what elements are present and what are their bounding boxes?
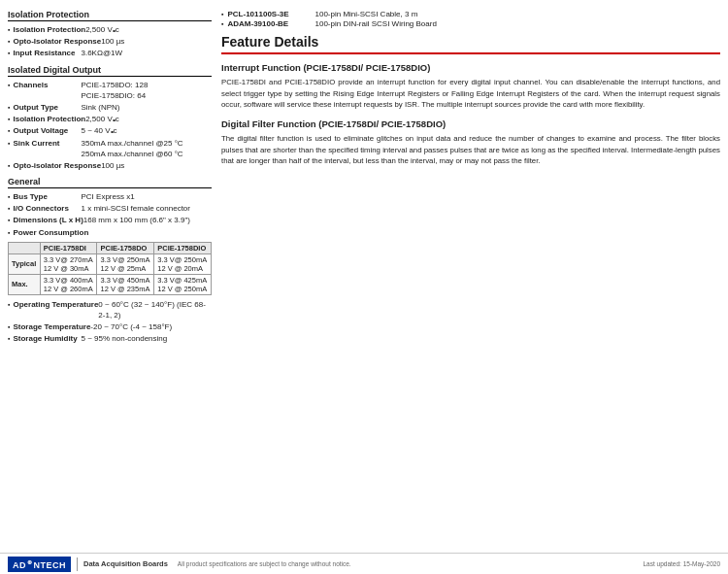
output-isolation-label: Isolation Protection xyxy=(13,114,85,124)
channels-item: Channels PCIE-1758DO: 128 PCIE-1758DIO: … xyxy=(8,80,212,101)
power-col-0 xyxy=(9,242,41,253)
output-type-value: Sink (NPN) xyxy=(81,102,212,113)
footer: AD⊛NTECH Data Acquisition Boards All pro… xyxy=(0,553,728,574)
isolated-digital-output-header: Isolated Digital Output xyxy=(8,65,212,77)
dimensions-value: 168 mm x 100 mm (6.6" x 3.9") xyxy=(83,215,212,225)
power-col-1: PCIE-1758DI xyxy=(40,242,97,253)
general-list: Bus Type PCI Express x1 I/O Connectors 1… xyxy=(8,191,212,238)
operating-temp-label: Operating Temperature xyxy=(13,299,98,310)
acc-desc-1: 100-pin Mini-SCSI Cable, 3 m xyxy=(314,10,720,18)
io-connectors-item: I/O Connectors 1 x mini-SCSI female conn… xyxy=(8,203,212,214)
opto-response-value: 100 µs xyxy=(101,36,212,47)
sink-val-1: 350mA max./channel @25 °C xyxy=(81,138,212,149)
power-typical-1758do: 3.3 V@ 250mA 12 V @ 25mA xyxy=(97,253,154,274)
opto-response-item: Opto-Isolator Response 100 µs xyxy=(8,36,212,47)
output-type-label: Output Type xyxy=(13,102,81,113)
output-voltage-value: 5 ~ 40 Vₒc xyxy=(81,125,212,136)
accessory-item-1: PCL-101100S-3E 100-pin Mini-SCSI Cable, … xyxy=(221,10,720,18)
opto-response-label: Opto-Isolator Response xyxy=(13,36,101,47)
output-voltage-item: Output Voltage 5 ~ 40 Vₒc xyxy=(8,125,212,136)
power-typical-1758di: 3.3 V@ 270mA 12 V @ 30mA xyxy=(40,253,97,274)
brand-logo: AD⊛NTECH xyxy=(8,557,71,572)
bus-type-value: PCI Express x1 xyxy=(81,191,212,202)
dimensions-label: Dimensions (L x H) xyxy=(13,215,83,225)
input-resistance-label: Input Resistance xyxy=(13,48,81,58)
output-voltage-label: Output Voltage xyxy=(13,125,81,136)
isolated-digital-output-list: Channels PCIE-1758DO: 128 PCIE-1758DIO: … xyxy=(8,80,212,172)
io-connectors-label: I/O Connectors xyxy=(13,203,81,214)
storage-temp-value: -20 ~ 70°C (-4 ~ 158°F) xyxy=(90,321,212,332)
channels-label: Channels xyxy=(13,80,81,90)
input-resistance-value: 3.6KΩ@1W xyxy=(81,48,212,58)
right-column: PCL-101100S-3E 100-pin Mini-SCSI Cable, … xyxy=(221,10,720,548)
temp-humidity-list: Operating Temperature 0 ~ 60°C (32 ~ 140… xyxy=(8,299,212,345)
isolation-protection-list: Isolation Protection 2,500 Vₒc Opto-Isol… xyxy=(8,24,212,59)
power-consumption-item: Power Consumption xyxy=(8,227,212,238)
footer-dept: Data Acquisition Boards xyxy=(83,559,168,568)
storage-humidity-item: Storage Humidity 5 ~ 95% non-condensing xyxy=(8,333,212,344)
accessories-list: PCL-101100S-3E 100-pin Mini-SCSI Cable, … xyxy=(221,10,720,28)
operating-temp-value: 0 ~ 60°C (32 ~ 140°F) (IEC 68-2-1, 2) xyxy=(98,299,212,321)
power-typical-label: Typical xyxy=(9,253,41,274)
sink-current-label: Sink Current xyxy=(13,138,81,149)
storage-temp-label: Storage Temperature xyxy=(13,321,90,332)
main-container: Isolation Protection Isolation Protectio… xyxy=(0,0,728,554)
channels-value: PCIE-1758DO: 128 PCIE-1758DIO: 64 xyxy=(81,80,212,101)
acc-code-2: ADAM-39100-BE xyxy=(227,19,314,28)
sink-current-value: 350mA max./channel @25 °C 250mA max./cha… xyxy=(81,138,212,159)
power-row-max: Max. 3.3 V@ 400mA 12 V @ 260mA 3.3 V@ 45… xyxy=(9,274,212,294)
footer-notice: All product specifications are subject t… xyxy=(178,560,644,567)
channels-val-2: PCIE-1758DIO: 64 xyxy=(81,90,212,101)
storage-humidity-value: 5 ~ 95% non-condensing xyxy=(81,333,212,344)
interrupt-section-title: Interrupt Function (PCIE-1758DI/ PCIE-17… xyxy=(221,62,720,73)
digital-filter-section-text: The digital filter function is used to e… xyxy=(221,133,720,167)
bus-type-item: Bus Type PCI Express x1 xyxy=(8,191,212,202)
power-typical-1758dio: 3.3 V@ 250mA 12 V @ 20mA xyxy=(154,253,212,274)
output-isolation-item: Isolation Protection 2,500 Vₒc xyxy=(8,114,212,124)
power-col-3: PCIE-1758DIO xyxy=(154,242,212,253)
brand-area: AD⊛NTECH xyxy=(8,557,71,572)
bus-type-label: Bus Type xyxy=(13,191,81,202)
output-isolation-value: 2,500 Vₒc xyxy=(85,114,212,124)
interrupt-section-text: PCIE-1758DI and PCIE-1758DIO provide an … xyxy=(221,77,720,111)
io-connectors-value: 1 x mini-SCSI female connector xyxy=(81,203,212,214)
sink-val-2: 250mA max./channel @60 °C xyxy=(81,149,212,159)
opto-iso-item: Opto-isolator Response 100 µs xyxy=(8,160,212,171)
footer-divider xyxy=(77,557,78,571)
power-max-1758do: 3.3 V@ 450mA 12 V @ 235mA xyxy=(97,274,154,294)
opto-iso-value: 100 µs xyxy=(101,160,212,171)
power-table: PCIE-1758DI PCIE-1758DO PCIE-1758DIO Typ… xyxy=(8,242,212,295)
power-consumption-label: Power Consumption xyxy=(13,227,88,238)
sink-current-item: Sink Current 350mA max./channel @25 °C 2… xyxy=(8,138,212,159)
storage-temp-item: Storage Temperature -20 ~ 70°C (-4 ~ 158… xyxy=(8,321,212,332)
opto-iso-label: Opto-isolator Response xyxy=(13,160,101,171)
channels-val-1: PCIE-1758DO: 128 xyxy=(81,80,212,90)
isolation-protection-value: 2,500 Vₒc xyxy=(85,24,212,35)
isolation-protection-label: Isolation Protection xyxy=(13,24,85,35)
input-resistance-item: Input Resistance 3.6KΩ@1W xyxy=(8,48,212,58)
power-row-typical: Typical 3.3 V@ 270mA 12 V @ 30mA 3.3 V@ … xyxy=(9,253,212,274)
isolation-protection-item: Isolation Protection 2,500 Vₒc xyxy=(8,24,212,35)
power-max-1758dio: 3.3 V@ 425mA 12 V @ 250mA xyxy=(154,274,212,294)
general-header: General xyxy=(8,177,212,188)
acc-code-1: PCL-101100S-3E xyxy=(227,10,314,18)
left-column: Isolation Protection Isolation Protectio… xyxy=(8,10,212,548)
operating-temp-item: Operating Temperature 0 ~ 60°C (32 ~ 140… xyxy=(8,299,212,321)
feature-details-title: Feature Details xyxy=(221,34,720,54)
footer-date: Last updated: 15-May-2020 xyxy=(644,560,721,567)
power-max-1758di: 3.3 V@ 400mA 12 V @ 260mA xyxy=(40,274,97,294)
digital-filter-section-title: Digital Filter Function (PCIE-1758DI/ PC… xyxy=(221,118,720,129)
storage-humidity-label: Storage Humidity xyxy=(13,333,81,344)
isolation-protection-header: Isolation Protection xyxy=(8,10,212,21)
acc-desc-2: 100-pin DIN-rail SCSI Wiring Board xyxy=(314,19,720,28)
power-col-2: PCIE-1758DO xyxy=(97,242,154,253)
output-type-item: Output Type Sink (NPN) xyxy=(8,102,212,113)
dimensions-item: Dimensions (L x H) 168 mm x 100 mm (6.6"… xyxy=(8,215,212,225)
accessory-item-2: ADAM-39100-BE 100-pin DIN-rail SCSI Wiri… xyxy=(221,19,720,28)
power-max-label: Max. xyxy=(9,274,41,294)
